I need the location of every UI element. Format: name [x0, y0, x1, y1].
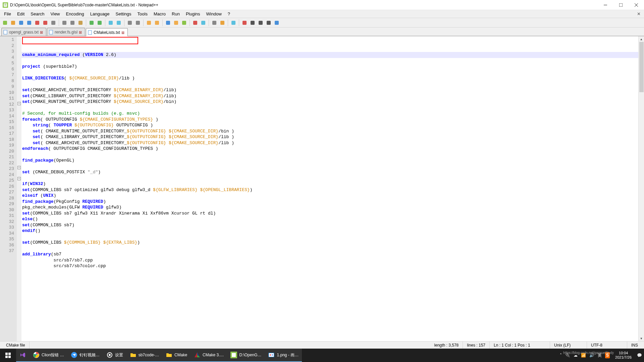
code-line[interactable]: set(COMMON_LIBS sb7 glfw3 X11 Xrandr Xin… [21, 210, 644, 217]
code-line[interactable] [21, 70, 644, 76]
code-line[interactable]: set( CMAKE_RUNTIME_OUTPUT_DIRECTORY_${OU… [21, 128, 644, 134]
monitor-icon[interactable] [230, 19, 237, 26]
menu-edit[interactable]: Edit [14, 11, 27, 17]
record-icon[interactable] [241, 19, 248, 26]
taskbar-app-gear[interactable]: 设置 [103, 349, 126, 362]
indent-guide-icon[interactable] [180, 19, 188, 26]
code-line[interactable]: endforeach( OUTPUTCONFIG CMAKE_CONFIGURA… [21, 146, 644, 152]
code-line[interactable] [21, 58, 644, 64]
code-line[interactable]: string( TOUPPER ${OUTPUTCONFIG} OUTPUTCO… [21, 122, 644, 128]
tab-render-fs-glsl[interactable]: render.fs.glsl⊠ [47, 28, 85, 36]
close-window-button[interactable] [629, 0, 644, 10]
func-list-icon[interactable] [211, 19, 218, 26]
minimize-button[interactable] [598, 0, 613, 10]
taskbar-app-chrome[interactable]: Clion报错 … [30, 349, 67, 362]
save-macro-icon[interactable] [273, 19, 280, 26]
code-line[interactable]: set( CMAKE_ARCHIVE_OUTPUT_DIRECTORY_${OU… [21, 140, 644, 146]
code-line[interactable]: set(CMAKE_LIBRARY_OUTPUT_DIRECTORY ${CMA… [21, 93, 644, 99]
tray-chevron-icon[interactable]: ˄ [560, 353, 562, 358]
redo-icon[interactable] [96, 19, 103, 26]
menu-settings[interactable]: Settings [113, 11, 134, 17]
new-icon[interactable] [1, 19, 9, 26]
code-line[interactable]: endif() [21, 228, 644, 234]
stop-icon[interactable] [249, 19, 256, 26]
code-line[interactable]: set (CMAKE_DEBUG_POSTFIX "_d") [21, 169, 644, 175]
play-icon[interactable] [257, 19, 264, 26]
save-icon[interactable] [17, 19, 25, 26]
menu-search[interactable]: Search [28, 11, 47, 17]
code-line[interactable] [21, 152, 644, 158]
taskbar-app-folder[interactable]: CMake [162, 349, 191, 362]
tab-opengl_grass-txt[interactable]: opengl_grass.txt⊠ [1, 28, 46, 36]
code-line[interactable] [21, 105, 644, 111]
code-editor[interactable]: cmake_minimum_required (VERSION 2.6)proj… [21, 36, 644, 341]
menu-tools[interactable]: Tools [135, 11, 150, 17]
menu-encoding[interactable]: Encoding [63, 11, 87, 17]
start-button[interactable] [0, 349, 16, 362]
menubar-close-icon[interactable]: ✕ [634, 11, 644, 17]
menu-run[interactable]: Run [169, 11, 182, 17]
taskbar-app-cmake[interactable]: CMake 3.… [191, 349, 227, 362]
folder-icon[interactable] [219, 19, 226, 26]
menu-macro[interactable]: Macro [151, 11, 168, 17]
wrap-icon[interactable] [164, 19, 172, 26]
code-line[interactable]: set(COMMON_LIBS ${COMMON_LIBS} ${EXTRA_L… [21, 240, 644, 246]
code-line[interactable]: set(CMAKE_RUNTIME_OUTPUT_DIRECTORY ${CMA… [21, 99, 644, 105]
code-line[interactable]: if(WIN32) [21, 181, 644, 187]
scroll-up-icon[interactable]: ▲ [639, 36, 644, 42]
undo-icon[interactable] [88, 19, 95, 26]
copy-icon[interactable] [69, 19, 76, 26]
save-all-icon[interactable] [25, 19, 33, 26]
zoom-out-icon[interactable] [134, 19, 142, 26]
taskbar-app-npp[interactable]: D:\OpenG… [227, 349, 265, 362]
code-line[interactable]: set( CMAKE_LIBRARY_OUTPUT_DIRECTORY_${OU… [21, 134, 644, 140]
sync-v-icon[interactable] [145, 19, 153, 26]
code-line[interactable]: find_package(PkgConfig REQUIRED) [21, 199, 644, 205]
code-line[interactable] [21, 164, 644, 170]
sync-h-icon[interactable] [153, 19, 161, 26]
code-line[interactable]: foreach( OUTPUTCONFIG ${CMAKE_CONFIGURAT… [21, 117, 644, 123]
code-line[interactable] [21, 246, 644, 252]
print-icon[interactable] [50, 19, 57, 26]
code-line[interactable]: cmake_minimum_required (VERSION 2.6) [21, 52, 644, 58]
menu-language[interactable]: Language [88, 11, 112, 17]
code-line[interactable]: add_library(sb7 [21, 251, 644, 257]
play-multi-icon[interactable] [265, 19, 272, 26]
tab-close-icon[interactable]: ⊠ [121, 31, 125, 35]
taskbar-app-folder[interactable]: sb7code-… [126, 349, 162, 362]
all-chars-icon[interactable] [172, 19, 180, 26]
code-line[interactable]: set(COMMON_LIBS sb7 optimized glfw3 debu… [21, 187, 644, 193]
open-icon[interactable] [9, 19, 17, 26]
tab-close-icon[interactable]: ⊠ [79, 30, 83, 34]
scroll-thumb[interactable] [639, 42, 644, 92]
code-line[interactable] [21, 175, 644, 181]
tray-clock[interactable]: 10:04 2021/7/26 [613, 351, 634, 360]
menu-plugins[interactable]: Plugins [183, 11, 203, 17]
code-line[interactable] [21, 81, 644, 87]
code-line[interactable]: find_package(OpenGL) [21, 158, 644, 164]
code-line[interactable]: set(CMAKE_ARCHIVE_OUTPUT_DIRECTORY ${CMA… [21, 87, 644, 93]
cut-icon[interactable] [61, 19, 68, 26]
code-line[interactable]: pkg_check_modules(GLFW REQUIRED glfw3) [21, 204, 644, 210]
close-all-icon[interactable] [42, 19, 49, 26]
taskbar-app-paint[interactable]: 1.png - 画… [265, 349, 302, 362]
close-icon[interactable] [34, 19, 41, 26]
paste-icon[interactable] [77, 19, 84, 26]
code-line[interactable] [21, 234, 644, 240]
code-line[interactable]: elseif (UNIX) [21, 193, 644, 199]
code-line[interactable]: src/sb7/sb7color.cpp [21, 263, 644, 269]
code-line[interactable]: else() [21, 216, 644, 222]
tab-CMakeLists-txt[interactable]: CMakeLists.txt⊠ [86, 28, 128, 36]
code-line[interactable]: set(COMMON_LIBS sb7) [21, 222, 644, 228]
lang-icon[interactable] [192, 19, 199, 26]
code-line[interactable]: src/sb7/sb7.cpp [21, 257, 644, 263]
zoom-in-icon[interactable] [126, 19, 133, 26]
code-line[interactable]: project (superbible7) [21, 64, 644, 70]
find-icon[interactable] [107, 19, 114, 26]
maximize-button[interactable] [613, 0, 629, 10]
code-line[interactable]: LINK_DIRECTORIES( ${CMAKE_SOURCE_DIR}/li… [21, 75, 644, 81]
menu-file[interactable]: File [1, 11, 14, 17]
menu-help[interactable]: ? [225, 11, 233, 17]
scroll-down-icon[interactable]: ▼ [639, 336, 644, 341]
replace-icon[interactable] [115, 19, 122, 26]
